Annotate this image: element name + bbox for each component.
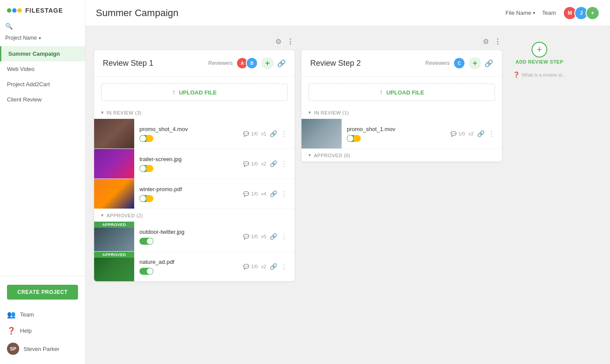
- main-content: Summer Campaign File Name ▾ Team M J +: [85, 0, 610, 364]
- file-info: winter-promo.pdf: [134, 182, 243, 206]
- sidebar-item-web-video[interactable]: Web Video: [0, 61, 85, 77]
- approved-section-1[interactable]: ▾ APPROVED (2): [94, 209, 295, 222]
- file-name: outdoor-twitter.jpg: [139, 229, 238, 235]
- version-tag: v2: [468, 131, 474, 136]
- file-item[interactable]: trailer-screen.jpg 💬 1/0 v2 🔗 ⋮: [94, 149, 295, 179]
- more-icon[interactable]: ⋮: [281, 233, 288, 241]
- sidebar-bottom: CREATE PROJECT 👥 Team ❓ Help SP Steven P…: [0, 276, 85, 364]
- sidebar-user-profile[interactable]: SP Steven Parker: [0, 339, 85, 359]
- review-step-help[interactable]: ❓ What is a review st...: [513, 71, 566, 78]
- file-name: promo_shot_4.mov: [139, 126, 238, 132]
- step-1-reviewers: Reviewers A B + 🔗: [208, 57, 286, 69]
- more-icon[interactable]: ⋮: [493, 37, 502, 47]
- file-meta: 💬 1/0 v2 🔗 ⋮: [243, 263, 288, 271]
- comment-icon: 💬: [243, 161, 249, 167]
- review-step-2-card: Review Step 2 Reviewers C + 🔗: [302, 50, 502, 162]
- version-tag: v2: [261, 161, 266, 166]
- project-selector[interactable]: Project Name ▾: [0, 33, 85, 46]
- file-item[interactable]: promo_shot_1.mov 💬 1/0 v2 🔗 ⋮: [302, 119, 502, 149]
- approved-badge: APPROVED: [94, 222, 134, 228]
- chevron-down-icon: ▾: [39, 36, 41, 40]
- link-icon[interactable]: 🔗: [485, 59, 493, 67]
- in-review-section-1[interactable]: ▾ IN REVIEW (3): [94, 106, 295, 119]
- review-step-2-column: ⚙ ⋮ Review Step 2 Reviewers C +: [302, 35, 502, 162]
- create-project-button[interactable]: CREATE PROJECT: [7, 285, 78, 300]
- logo-text: FILESTAGE: [25, 7, 63, 14]
- gear-icon[interactable]: ⚙: [482, 37, 490, 47]
- add-reviewer-button[interactable]: +: [261, 57, 274, 69]
- upload-file-button-2[interactable]: ↑ UPLOAD FILE: [308, 84, 495, 101]
- approved-section-2[interactable]: ▾ APPROVED (0): [302, 149, 502, 162]
- gear-icon[interactable]: ⚙: [274, 37, 282, 47]
- file-item[interactable]: APPROVED nature_ad.pdf 💬 1/0 v2: [94, 252, 295, 281]
- comment-count: 💬 1/0: [243, 161, 258, 167]
- sidebar-item-client-review[interactable]: Client Review: [0, 92, 85, 107]
- comment-icon: 💬: [243, 131, 249, 137]
- link-icon[interactable]: 🔗: [277, 59, 286, 67]
- help-circle-icon: ❓: [513, 71, 520, 78]
- comment-count: 💬 1/0: [243, 191, 258, 197]
- comment-icon: 💬: [451, 131, 457, 137]
- link-icon[interactable]: 🔗: [270, 190, 277, 197]
- page-title: Summer Campaign: [96, 7, 505, 19]
- approval-toggle[interactable]: [139, 195, 153, 202]
- sidebar: FILESTAGE 🔍 Project Name ▾ Summer Campai…: [0, 0, 85, 364]
- logo: FILESTAGE: [0, 0, 85, 19]
- search-button[interactable]: 🔍: [0, 19, 85, 33]
- file-item[interactable]: promo_shot_4.mov 💬 1/0 v1 🔗 ⋮: [94, 119, 295, 149]
- more-icon[interactable]: ⋮: [286, 37, 295, 47]
- version-tag: v2: [261, 264, 266, 269]
- add-reviewer-button[interactable]: +: [469, 57, 481, 69]
- chevron-down-icon: ▾: [101, 212, 104, 218]
- comment-count: 💬 1/0: [243, 234, 258, 239]
- help-icon: ❓: [7, 327, 16, 335]
- comment-icon: 💬: [243, 234, 249, 239]
- in-review-section-2[interactable]: ▾ IN REVIEW (1): [302, 106, 502, 119]
- link-icon[interactable]: 🔗: [270, 233, 277, 240]
- step-1-toolbar: ⚙ ⋮: [94, 35, 295, 50]
- version-tag: v5: [261, 234, 266, 239]
- upload-icon: ↑: [380, 88, 383, 96]
- comment-icon: 💬: [243, 264, 249, 270]
- more-icon[interactable]: ⋮: [281, 263, 288, 271]
- file-meta: 💬 1/0 v5 🔗 ⋮: [243, 233, 288, 241]
- more-icon[interactable]: ⋮: [488, 130, 495, 138]
- file-thumbnail: [94, 179, 134, 209]
- link-icon[interactable]: 🔗: [270, 160, 277, 167]
- help-text: What is a review st...: [522, 72, 566, 78]
- file-thumbnail: [94, 149, 134, 179]
- review-step-1-column: ⚙ ⋮ Review Step 1 Reviewers A B: [94, 35, 295, 281]
- approval-toggle[interactable]: [139, 238, 153, 245]
- sidebar-item-project-add2cart[interactable]: Project Add2Cart: [0, 77, 85, 92]
- link-icon[interactable]: 🔗: [270, 263, 277, 270]
- file-thumbnail: APPROVED: [94, 252, 134, 281]
- approved-badge: APPROVED: [94, 252, 134, 258]
- more-icon[interactable]: ⋮: [281, 190, 288, 198]
- approval-toggle[interactable]: [139, 268, 153, 275]
- upload-icon: ↑: [172, 88, 176, 96]
- sidebar-nav: Summer Campaign Web Video Project Add2Ca…: [0, 46, 85, 276]
- avatar: SP: [7, 343, 19, 355]
- approval-toggle[interactable]: [139, 135, 153, 142]
- more-icon[interactable]: ⋮: [281, 160, 288, 168]
- team-icon: 👥: [7, 310, 16, 319]
- sidebar-item-help[interactable]: ❓ Help: [0, 323, 85, 339]
- link-icon[interactable]: 🔗: [477, 130, 485, 137]
- chevron-down-icon: ▾: [101, 110, 104, 115]
- approval-toggle[interactable]: [139, 165, 153, 172]
- more-icon[interactable]: ⋮: [281, 130, 288, 138]
- chevron-down-icon: ▾: [533, 10, 535, 15]
- file-thumbnail: APPROVED: [94, 222, 134, 251]
- approval-toggle[interactable]: [347, 135, 361, 142]
- link-icon[interactable]: 🔗: [270, 130, 277, 137]
- upload-file-button-1[interactable]: ↑ UPLOAD FILE: [101, 84, 288, 101]
- file-item[interactable]: APPROVED outdoor-twitter.jpg 💬 1/0 v: [94, 222, 295, 252]
- sidebar-item-summer-campaign[interactable]: Summer Campaign: [0, 46, 85, 61]
- sidebar-item-team[interactable]: 👥 Team: [0, 307, 85, 323]
- add-review-step-button[interactable]: + ADD REVIEW STEP: [515, 42, 563, 64]
- comment-icon: 💬: [243, 191, 249, 197]
- file-name: nature_ad.pdf: [139, 259, 238, 265]
- reviewer-avatars: A B: [236, 57, 258, 69]
- file-name-selector[interactable]: File Name ▾: [505, 10, 535, 16]
- file-item[interactable]: winter-promo.pdf 💬 1/0 v4 🔗 ⋮: [94, 179, 295, 209]
